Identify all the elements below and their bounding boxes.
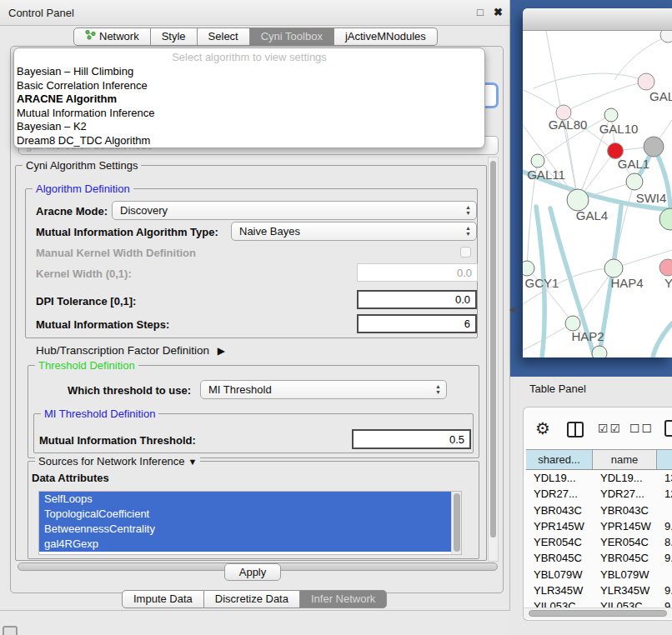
list-item[interactable]: BetweennessCentrality	[39, 522, 461, 537]
network-node[interactable]	[604, 108, 618, 122]
aracne-mode-select[interactable]: Discovery ▲▼	[112, 201, 477, 220]
algorithm-select-popup: Select algorithm to view settings Bayesi…	[13, 48, 485, 148]
tab-impute-data[interactable]: Impute Data	[122, 590, 204, 608]
which-threshold-select[interactable]: MI Threshold ▲▼	[200, 380, 447, 399]
popup-item-selected[interactable]: ARACNE Algorithm	[14, 92, 484, 107]
minimized-window-icon[interactable]	[3, 626, 18, 635]
which-threshold-value: MI Threshold	[208, 383, 272, 396]
node-label: GCY1	[525, 276, 559, 290]
kernel-width-field[interactable]: 0.0	[357, 263, 478, 282]
expanded-arrow-icon: ▼	[188, 457, 198, 467]
aracne-mode-value: Discovery	[120, 204, 168, 217]
sources-label[interactable]: Sources for Network Inference▼	[35, 455, 200, 468]
table-panel-title: Table Panel	[529, 382, 586, 395]
tab-style[interactable]: Style	[151, 28, 198, 46]
popup-item[interactable]: Bayesian – Hill Climbing	[14, 65, 484, 79]
control-panel-window: Control Panel □ ✖ Network Style	[0, 0, 510, 611]
list-item[interactable]: SelfLoops	[39, 492, 461, 507]
list-item[interactable]: TopologicalCoefficient	[39, 507, 461, 522]
node-label: GAL10	[599, 122, 639, 136]
mi-algorithm-type-label: Mutual Information Algorithm Type:	[36, 226, 218, 238]
column-header[interactable]: A	[657, 450, 672, 469]
panel-title: Control Panel	[8, 7, 74, 19]
gear-icon[interactable]: ⚙	[535, 419, 550, 438]
mi-algorithm-type-select[interactable]: Naive Bayes ▲▼	[231, 222, 477, 241]
settings-vertical-scrollbar[interactable]	[488, 157, 499, 562]
manual-kernel-width-label: Manual Kernel Width Definition	[36, 247, 196, 259]
algorithm-definition-label: Algorithm Definition	[33, 182, 133, 195]
stepper-icon: ▲▼	[465, 225, 471, 237]
popup-item[interactable]: Mutual Information Inference	[14, 107, 484, 121]
tab-select-label: Select	[208, 28, 238, 45]
tab-network-label: Network	[99, 28, 139, 45]
table-row[interactable]: YBL079WYBL079W	[526, 567, 672, 582]
tab-jactivemnodules[interactable]: jActiveMNodules	[334, 28, 438, 46]
table-row[interactable]: YDR27...YDR27...12	[526, 486, 672, 502]
unchecked-boxes-icon[interactable]: ☐☐	[629, 422, 654, 435]
network-node[interactable]	[659, 259, 672, 276]
attributes-scrollbar[interactable]	[451, 492, 461, 554]
network-window-titlebar[interactable]	[523, 8, 672, 31]
document-icon[interactable]	[664, 420, 672, 437]
tab-cyni-toolbox[interactable]: Cyni Toolbox	[250, 28, 334, 46]
table-row[interactable]: YIL053CYIL053C9	[526, 598, 672, 608]
table-panel: ⚙ ☑☑ ☐☐ shared... name A YDL19...YDL19..…	[523, 407, 672, 621]
dpi-tolerance-field[interactable]: 0.0	[357, 290, 477, 309]
network-edge	[653, 323, 672, 358]
data-attributes-list[interactable]: SelfLoops TopologicalCoefficient Between…	[38, 491, 462, 555]
table-row[interactable]: YLR345WYLR345W9.	[526, 582, 672, 598]
kernel-width-label: Kernel Width (0,1):	[36, 268, 132, 280]
mi-steps-value: 6	[464, 318, 470, 330]
node-label: GAL1	[618, 157, 649, 171]
float-window-icon[interactable]: □	[477, 6, 484, 18]
network-node[interactable]	[638, 73, 654, 90]
mi-threshold-definition-label: MI Threshold Definition	[41, 408, 158, 420]
network-canvas[interactable]: GAL GAL80 GAL10 GAL1 SWI4 GAL11 GAL4 GCY…	[523, 31, 672, 358]
tab-select[interactable]: Select	[198, 28, 250, 46]
tab-discretize-data[interactable]: Discretize Data	[204, 590, 300, 608]
network-node[interactable]	[626, 173, 643, 190]
apply-button[interactable]: Apply	[224, 563, 281, 581]
network-node[interactable]	[592, 346, 607, 358]
control-panel-tabs: Network Style Select Cyni Toolbox jActiv…	[73, 28, 438, 46]
network-node[interactable]	[523, 261, 534, 276]
tab-infer-network[interactable]: Infer Network	[300, 590, 387, 608]
hub-definition-expander[interactable]: Hub/Transcription Factor Definition ▶	[36, 344, 225, 357]
popup-item[interactable]: Bayesian – K2	[14, 120, 484, 134]
tab-network[interactable]: Network	[73, 28, 151, 46]
close-icon[interactable]: ✖	[494, 6, 503, 18]
mouse-cursor	[509, 307, 515, 313]
table-row[interactable]: YBR043CYBR043C	[526, 502, 672, 518]
mi-steps-field[interactable]: 6	[357, 314, 477, 333]
network-node[interactable]	[531, 154, 544, 168]
checked-boxes-icon[interactable]: ☑☑	[598, 422, 622, 435]
manual-kernel-width-checkbox[interactable]	[460, 247, 471, 258]
network-node[interactable]	[660, 31, 672, 42]
table-horizontal-scrollbar[interactable]	[524, 608, 672, 618]
network-node[interactable]	[659, 208, 672, 230]
node-label: HAP4	[610, 276, 643, 290]
node-label: GAL11	[527, 168, 565, 182]
table-row[interactable]: YPR145WYPR145W9.	[526, 518, 672, 534]
split-columns-icon[interactable]	[567, 422, 584, 438]
mi-threshold-value: 0.5	[449, 433, 464, 446]
which-threshold-label: Which threshold to use:	[68, 384, 191, 397]
network-node-gray[interactable]	[644, 137, 664, 157]
popup-item[interactable]: Basic Correlation Inference	[14, 79, 484, 93]
list-item[interactable]: gal4RGexp	[39, 537, 461, 552]
table-body: YDL19...YDL19...13 YDR27...YDR27...12 YB…	[526, 470, 672, 608]
control-panel-titlebar: Control Panel □ ✖	[0, 0, 509, 26]
column-header[interactable]: shared...	[526, 450, 593, 469]
table-row[interactable]: YBR045CYBR045C9.	[526, 550, 672, 566]
mi-steps-label: Mutual Information Steps:	[36, 318, 169, 331]
network-node[interactable]	[604, 259, 623, 278]
table-row[interactable]: YDL19...YDL19...13	[526, 470, 672, 486]
node-table: shared... name A YDL19...YDL19...13 YDR2…	[526, 449, 672, 608]
column-header[interactable]: name	[593, 450, 657, 469]
tab-cyni-toolbox-label: Cyni Toolbox	[261, 28, 323, 45]
table-row[interactable]: YER054CYER054C8.	[526, 534, 672, 550]
collapsed-arrow-icon: ▶	[218, 345, 225, 357]
mi-threshold-field[interactable]: 0.5	[352, 429, 471, 449]
node-label: SWI4	[636, 191, 667, 205]
popup-item[interactable]: Dream8 DC_TDC Algorithm	[14, 134, 484, 148]
